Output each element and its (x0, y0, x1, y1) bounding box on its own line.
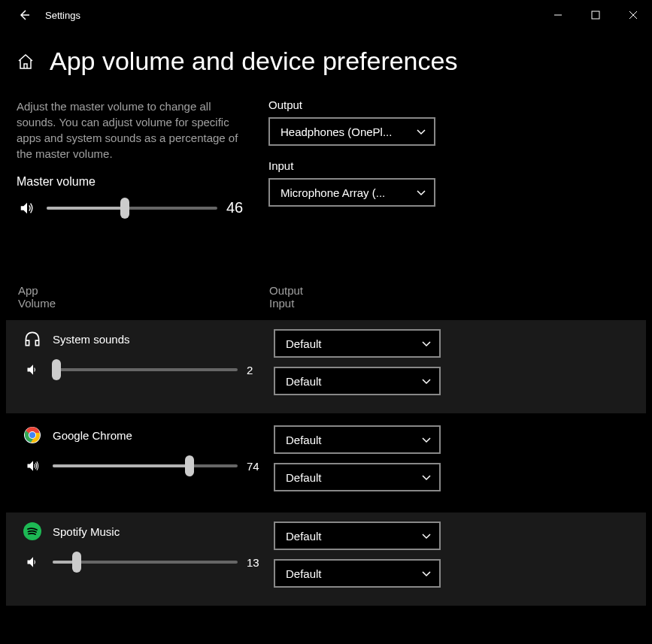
app-volume-value: 2 (247, 364, 274, 376)
app-input-select[interactable]: Default (274, 463, 441, 491)
app-volume-slider[interactable] (53, 464, 238, 467)
window-controls (539, 0, 652, 30)
app-volume-value: 13 (247, 556, 274, 569)
close-button[interactable] (614, 0, 652, 30)
home-icon (17, 53, 35, 71)
input-device-value: Microphone Array (... (281, 186, 385, 199)
app-volume-slider[interactable] (53, 561, 238, 564)
master-volume-label: Master volume (17, 175, 253, 189)
chrome-icon (23, 425, 42, 445)
app-volume-slider[interactable] (53, 368, 238, 371)
chevron-down-icon (421, 376, 432, 386)
app-speaker-icon[interactable] (23, 458, 44, 473)
input-label: Input (268, 159, 635, 172)
app-name: System sounds (53, 333, 130, 346)
app-output-select[interactable]: Default (274, 329, 441, 358)
svg-rect-1 (592, 11, 599, 19)
table-header: App Volume Output Input (0, 284, 652, 310)
volume-column-header: Volume (18, 297, 269, 310)
master-volume-slider[interactable] (47, 207, 217, 210)
input-device-select[interactable]: Microphone Array (... (268, 178, 435, 207)
back-arrow-icon (18, 9, 30, 21)
app-input-value: Default (286, 375, 322, 388)
app-speaker-icon[interactable] (23, 362, 44, 377)
app-input-select[interactable]: Default (274, 367, 441, 395)
maximize-icon (591, 11, 600, 20)
output-device-value: Headphones (OnePl... (281, 125, 392, 138)
app-output-select[interactable]: Default (274, 522, 441, 550)
app-input-select[interactable]: Default (274, 559, 441, 588)
app-row: Google Chrome74DefaultDefault (6, 416, 646, 509)
app-column-header: App (18, 284, 269, 297)
chevron-down-icon (421, 472, 432, 482)
app-input-value: Default (286, 567, 322, 580)
chevron-down-icon (416, 126, 426, 137)
app-speaker-icon[interactable] (23, 555, 44, 570)
svg-point-7 (29, 432, 35, 438)
app-output-select[interactable]: Default (274, 425, 441, 454)
input-column-header: Input (269, 297, 634, 310)
close-icon (629, 11, 638, 20)
chevron-down-icon (421, 568, 432, 579)
chevron-down-icon (421, 434, 432, 445)
app-name: Google Chrome (53, 429, 132, 442)
app-volume-value: 74 (247, 460, 274, 473)
back-button[interactable] (9, 9, 39, 21)
chevron-down-icon (416, 187, 426, 198)
minimize-button[interactable] (539, 0, 577, 30)
app-name: Spotify Music (53, 525, 120, 538)
page-title: App volume and device preferences (50, 47, 457, 76)
output-label: Output (268, 98, 635, 111)
output-column-header: Output (269, 284, 634, 297)
window-title: Settings (45, 10, 80, 21)
spotify-icon (23, 522, 42, 541)
app-output-value: Default (286, 434, 322, 446)
master-speaker-icon[interactable] (17, 200, 38, 216)
speaker-icon (19, 200, 35, 216)
output-device-select[interactable]: Headphones (OnePl... (268, 117, 435, 146)
page-header: App volume and device preferences (0, 30, 652, 98)
app-output-value: Default (286, 337, 322, 350)
app-list: System sounds2DefaultDefaultGoogle Chrom… (0, 320, 652, 606)
app-output-value: Default (286, 530, 322, 543)
app-input-value: Default (286, 471, 322, 484)
chevron-down-icon (421, 338, 432, 349)
headphones-icon (23, 329, 42, 349)
maximize-button[interactable] (577, 0, 614, 30)
master-volume-value: 46 (226, 199, 253, 216)
app-row: System sounds2DefaultDefault (6, 320, 646, 413)
title-bar: Settings (0, 0, 652, 30)
minimize-icon (553, 11, 563, 20)
app-row: Spotify Music13DefaultDefault (6, 512, 646, 606)
home-button[interactable] (17, 53, 35, 71)
chevron-down-icon (421, 531, 432, 541)
page-description: Adjust the master volume to change all s… (17, 98, 253, 162)
